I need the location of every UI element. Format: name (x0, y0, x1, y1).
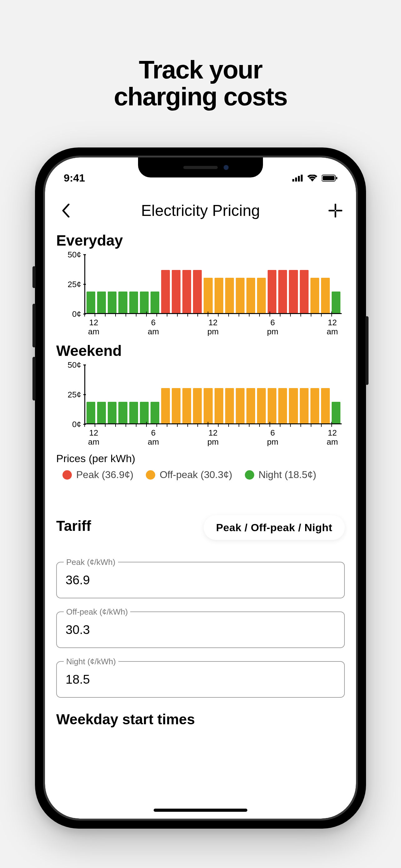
chart-bar (236, 388, 244, 423)
offpeak-rate-value: 30.3 (66, 623, 335, 637)
chart-weekend: 50¢ 25¢ 0¢ 12am 6am 12pm 6pm 12am (56, 365, 345, 446)
chart-bar (268, 388, 276, 423)
svg-rect-2 (298, 176, 300, 182)
chart-bar (119, 402, 127, 423)
night-rate-value: 18.5 (66, 673, 335, 686)
chart-weekend-xlabels: 12am 6am 12pm 6pm 12am (84, 428, 342, 446)
chart-bar (140, 291, 149, 313)
legend-night: Night (18.5¢) (245, 469, 316, 480)
svg-rect-6 (336, 177, 337, 179)
legend-peak: Peak (36.9¢) (63, 469, 133, 480)
phone-frame: 9:41 Electricity Pricing (35, 148, 366, 829)
status-time: 9:41 (64, 172, 85, 184)
chart-bar (204, 278, 212, 313)
chart-bar (310, 388, 319, 423)
legend-peak-dot (63, 470, 72, 479)
chart-bar (214, 388, 223, 423)
chart-bar (321, 278, 330, 313)
phone-power-button (365, 316, 369, 385)
svg-rect-1 (295, 178, 297, 182)
legend: Peak (36.9¢) Off-peak (30.3¢) Night (18.… (56, 469, 345, 480)
page-title: Electricity Pricing (75, 202, 326, 220)
chart-bar (87, 291, 95, 313)
cellular-signal-icon (292, 172, 303, 184)
chart-bar (182, 388, 191, 423)
peak-rate-value: 36.9 (66, 573, 335, 587)
chart-bar (172, 388, 180, 423)
chart-everyday: 50¢ 25¢ 0¢ 12am 6am 12pm 6pm 12am (56, 255, 345, 336)
chart-bar (97, 291, 106, 313)
chart-bar (278, 270, 287, 313)
chart-bar (257, 388, 266, 423)
chart-bar (236, 278, 244, 313)
chart-bar (289, 388, 298, 423)
chart-bar (140, 402, 149, 423)
chart-bar (182, 270, 191, 313)
peak-rate-field[interactable]: Peak (¢/kWh) 36.9 (56, 562, 345, 598)
legend-night-dot (245, 470, 254, 479)
night-rate-label: Night (¢/kWh) (64, 657, 119, 666)
chart-bar (172, 270, 180, 313)
battery-icon (322, 172, 337, 184)
chart-bar (246, 278, 255, 313)
home-indicator[interactable] (154, 809, 247, 812)
svg-rect-5 (323, 176, 334, 180)
legend-title: Prices (per kWh) (56, 453, 345, 465)
peak-rate-label: Peak (¢/kWh) (64, 557, 118, 567)
chart-bar (129, 291, 138, 313)
chart-bar (204, 388, 212, 423)
chart-bar (289, 270, 298, 313)
back-button[interactable] (56, 201, 75, 220)
add-button[interactable] (326, 201, 345, 220)
chart-bar (321, 388, 330, 423)
chart-bar (257, 278, 266, 313)
chart-bar (332, 402, 340, 423)
chart-bar (161, 388, 170, 423)
chart-bar (87, 402, 95, 423)
chevron-left-icon (61, 204, 70, 217)
tariff-heading: Tariff (56, 518, 91, 534)
chart-weekend-title: Weekend (56, 342, 345, 359)
chart-bar (151, 402, 159, 423)
phone-mute-switch (32, 266, 36, 288)
chart-everyday-title: Everyday (56, 232, 345, 249)
chart-weekend-yticks: 50¢ 25¢ 0¢ (56, 365, 84, 424)
weekday-start-times-heading: Weekday start times (56, 711, 345, 728)
chart-bar (193, 270, 202, 313)
chart-bar (129, 402, 138, 423)
promo-headline: Track your charging costs (114, 56, 287, 110)
chart-bar (214, 278, 223, 313)
chart-bar (278, 388, 287, 423)
night-rate-field[interactable]: Night (¢/kWh) 18.5 (56, 661, 345, 698)
phone-volume-down (32, 357, 36, 401)
offpeak-rate-field[interactable]: Off-peak (¢/kWh) 30.3 (56, 612, 345, 648)
chart-bar (310, 278, 319, 313)
chart-bar (246, 388, 255, 423)
tariff-selector[interactable]: Peak / Off-peak / Night (204, 515, 345, 540)
chart-everyday-yticks: 50¢ 25¢ 0¢ (56, 255, 84, 314)
phone-notch (138, 157, 263, 178)
legend-offpeak-dot (146, 470, 155, 479)
chart-bar (268, 270, 276, 313)
svg-rect-3 (301, 175, 303, 182)
chart-bar (119, 291, 127, 313)
chart-bar (161, 270, 170, 313)
chart-bar (97, 402, 106, 423)
wifi-icon (307, 172, 317, 184)
chart-bar (332, 291, 340, 313)
offpeak-rate-label: Off-peak (¢/kWh) (64, 607, 130, 617)
plus-split-icon (329, 204, 342, 217)
chart-bar (108, 402, 116, 423)
chart-bar (108, 291, 116, 313)
chart-bar (225, 278, 234, 313)
chart-bar (300, 270, 308, 313)
chart-bar (151, 291, 159, 313)
chart-everyday-xlabels: 12am 6am 12pm 6pm 12am (84, 318, 342, 336)
chart-bar (225, 388, 234, 423)
legend-offpeak: Off-peak (30.3¢) (146, 469, 232, 480)
svg-rect-0 (292, 179, 294, 182)
chart-bar (300, 388, 308, 423)
phone-volume-up (32, 304, 36, 347)
chart-bar (193, 388, 202, 423)
